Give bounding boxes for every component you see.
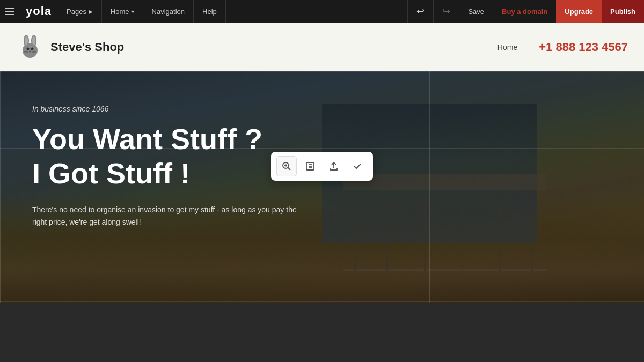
save-label: Save	[468, 8, 484, 16]
upgrade-button[interactable]: Upgrade	[556, 0, 602, 23]
pages-label: Pages	[67, 8, 86, 16]
save-button[interactable]: Save	[459, 0, 493, 23]
svg-rect-1	[5, 11, 14, 12]
navigation-label: Navigation	[152, 8, 185, 16]
publish-label: Publish	[610, 8, 635, 16]
help-label: Help	[202, 8, 217, 16]
hero-section: In business since 1066 You Want Stuff ? …	[0, 71, 644, 303]
redo-icon: ↪	[442, 5, 450, 17]
svg-point-8	[27, 47, 30, 50]
pages-menu[interactable]: Pages ▶	[58, 0, 102, 23]
svg-rect-2	[5, 14, 14, 15]
bottom-section	[0, 303, 644, 362]
site-nav-home[interactable]: Home	[497, 43, 517, 51]
hero-title-line2: I Got Stuff !	[32, 157, 190, 189]
buy-domain-button[interactable]: Buy a domain	[493, 0, 556, 23]
crop-button[interactable]	[300, 156, 320, 176]
svg-point-7	[32, 36, 35, 45]
redo-button[interactable]: ↪	[433, 0, 459, 23]
site-name: Steve's Shop	[50, 40, 124, 54]
buy-domain-label: Buy a domain	[502, 8, 547, 16]
zoom-button[interactable]	[276, 156, 297, 176]
svg-point-9	[31, 47, 34, 50]
home-label: Home	[111, 8, 129, 16]
help-menu[interactable]: Help	[194, 0, 226, 23]
share-button[interactable]	[324, 156, 344, 176]
site-logo-image	[16, 33, 44, 61]
svg-point-10	[29, 50, 31, 52]
undo-button[interactable]: ↩	[407, 0, 433, 23]
top-navigation: yola Pages ▶ Home ▾ Navigation Help ↩ ↪ …	[0, 0, 644, 23]
yola-logo[interactable]: yola	[19, 4, 58, 18]
svg-point-6	[25, 36, 28, 45]
home-menu[interactable]: Home ▾	[102, 0, 143, 23]
site-phone: +1 888 123 4567	[539, 40, 628, 54]
home-arrow-icon: ▾	[131, 9, 134, 14]
svg-line-16	[288, 168, 291, 171]
hamburger-menu[interactable]	[0, 8, 19, 15]
hero-desc-text: There's no need to organise an invasion …	[32, 205, 297, 226]
hero-title-line1: You Want Stuff ?	[32, 123, 262, 155]
nav-actions: ↩ ↪ Save Buy a domain Upgrade Publish	[407, 0, 644, 23]
pages-arrow-icon: ▶	[89, 9, 93, 14]
undo-icon: ↩	[416, 5, 425, 17]
confirm-button[interactable]	[347, 156, 368, 176]
hero-description: There's no need to organise an invasion …	[32, 204, 311, 228]
site-logo: Steve's Shop	[16, 33, 124, 61]
upgrade-label: Upgrade	[565, 8, 593, 16]
navigation-menu[interactable]: Navigation	[143, 0, 194, 23]
image-toolbar	[271, 152, 373, 181]
yola-logo-text: yola	[26, 4, 52, 18]
nav-items: Pages ▶ Home ▾ Navigation Help	[58, 0, 233, 23]
hero-subtitle: In business since 1066	[32, 105, 612, 113]
svg-rect-0	[5, 8, 14, 9]
site-header: Steve's Shop Home +1 888 123 4567	[0, 23, 644, 71]
site-navigation: Home +1 888 123 4567	[124, 40, 628, 54]
publish-button[interactable]: Publish	[602, 0, 644, 23]
